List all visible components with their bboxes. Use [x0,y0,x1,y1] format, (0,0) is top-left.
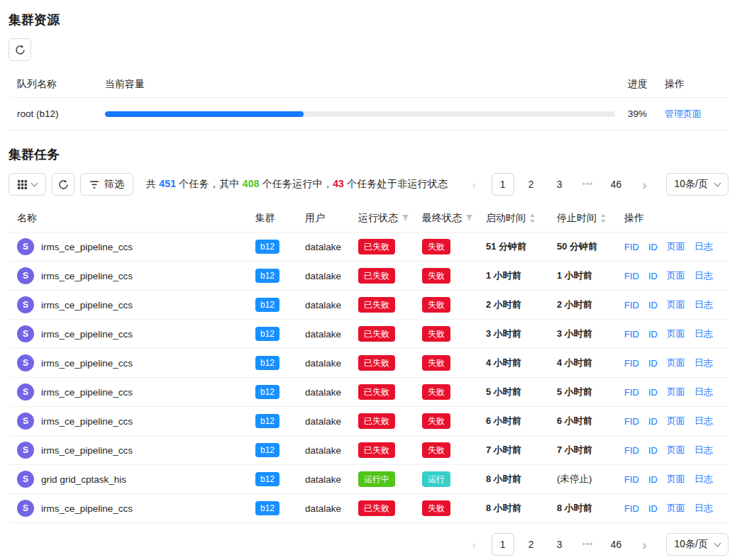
task-action-log-link[interactable]: 日志 [694,240,713,253]
page-button-2[interactable]: 2 [520,173,543,196]
task-action-log-link[interactable]: 日志 [694,415,713,427]
task-action-id-link[interactable]: ID [648,300,658,310]
col-stop-time[interactable]: 停止时间 [557,212,624,225]
task-action-log-link[interactable]: 日志 [694,473,713,486]
task-action-fid-link[interactable]: FID [624,329,639,340]
stop-time: 1 小时前 [557,269,624,282]
chevron-down-icon [714,179,721,186]
page-ellipsis[interactable]: ••• [577,533,599,556]
task-actions: FIDID页面日志 [624,386,720,398]
col-final-status[interactable]: 最终状态 [422,212,486,225]
task-action-page-link[interactable]: 页面 [667,269,685,282]
task-row: S irms_ce_pipeline_ccs b12 datalake 已失败 … [9,233,728,262]
task-action-fid-link[interactable]: FID [624,358,639,369]
page-ellipsis[interactable]: ••• [577,173,599,196]
task-action-page-link[interactable]: 页面 [667,386,685,398]
prev-page-button[interactable]: ‹ [463,173,486,196]
task-action-id-link[interactable]: ID [648,271,658,281]
cluster-tag: b12 [255,385,279,399]
task-action-id-link[interactable]: ID [648,503,658,514]
task-action-fid-link[interactable]: FID [624,503,639,514]
filter-funnel-icon[interactable] [401,214,409,222]
stop-time: 3 小时前 [557,327,624,340]
next-page-button[interactable]: › [633,533,656,556]
task-action-fid-link[interactable]: FID [624,474,639,485]
col-run-status[interactable]: 运行状态 [358,212,422,225]
page-button-46[interactable]: 46 [605,533,628,556]
task-action-page-link[interactable]: 页面 [667,444,685,457]
resources-refresh-button[interactable] [9,38,31,61]
task-action-id-link[interactable]: ID [648,474,658,485]
summary-text: 个任务，其中 [176,178,242,189]
manage-page-link[interactable]: 管理页面 [665,108,702,119]
page-size-select[interactable]: 10条/页 [666,533,728,556]
not-running-task-count: 43 [333,178,344,189]
tasks-refresh-button[interactable] [52,173,74,196]
task-action-id-link[interactable]: ID [648,416,658,427]
run-status-badge: 已失败 [358,413,395,429]
col-action: 操作 [665,78,720,91]
task-user: datalake [305,474,358,485]
task-action-log-link[interactable]: 日志 [694,444,713,457]
next-page-button[interactable]: › [633,173,656,196]
task-row: S irms_ce_pipeline_ccs b12 datalake 已失败 … [9,291,728,320]
task-action-id-link[interactable]: ID [648,358,658,369]
task-action-fid-link[interactable]: FID [624,445,639,456]
task-action-page-link[interactable]: 页面 [667,502,685,515]
page-button-3[interactable]: 3 [548,533,571,556]
task-action-fid-link[interactable]: FID [624,271,639,281]
final-status-badge: 失败 [422,326,450,342]
final-status-badge: 失败 [422,268,450,284]
task-action-fid-link[interactable]: FID [624,387,639,398]
task-action-log-link[interactable]: 日志 [694,269,713,282]
cluster-tag: b12 [255,240,279,254]
filter-button[interactable]: 筛选 [80,173,133,196]
summary-text: 共 [146,178,159,189]
page-button-3[interactable]: 3 [548,173,571,196]
task-action-id-link[interactable]: ID [648,387,658,398]
col-start-time[interactable]: 启动时间 [486,212,557,225]
page-button-1[interactable]: 1 [492,533,514,556]
cluster-tag: b12 [255,269,279,283]
task-action-fid-link[interactable]: FID [624,300,639,310]
page-button-46[interactable]: 46 [605,173,628,196]
prev-page-button[interactable]: ‹ [463,533,486,556]
task-action-page-link[interactable]: 页面 [667,327,685,340]
avatar: S [17,267,34,284]
task-action-page-link[interactable]: 页面 [667,357,685,369]
avatar: S [17,238,34,255]
page-size-label: 10条/页 [675,178,708,191]
chevron-down-icon [31,179,38,186]
cluster-tag: b12 [255,414,279,428]
task-action-log-link[interactable]: 日志 [694,298,713,311]
task-name: irms_ce_pipeline_ccs [41,387,133,398]
task-action-page-link[interactable]: 页面 [667,298,685,311]
task-action-id-link[interactable]: ID [648,329,658,340]
task-action-page-link[interactable]: 页面 [667,473,685,486]
stop-time: 7 小时前 [557,444,624,457]
col-cluster: 集群 [255,212,305,225]
task-action-page-link[interactable]: 页面 [667,240,685,253]
layout-select-button[interactable] [9,173,46,196]
col-action: 操作 [624,212,720,225]
filter-funnel-icon[interactable] [465,214,473,222]
final-status-badge: 失败 [422,413,450,429]
task-actions: FIDID页面日志 [624,240,720,253]
task-action-fid-link[interactable]: FID [624,416,639,427]
task-action-log-link[interactable]: 日志 [694,502,713,515]
page-size-select[interactable]: 10条/页 [666,173,728,196]
task-action-page-link[interactable]: 页面 [667,415,685,427]
sorter-icon[interactable] [529,213,536,223]
task-action-log-link[interactable]: 日志 [694,386,713,398]
sorter-icon[interactable] [600,213,606,223]
page-button-1[interactable]: 1 [492,173,514,196]
resource-row: root (b12) 39% 管理页面 [9,98,728,130]
page-button-2[interactable]: 2 [520,533,543,556]
task-action-log-link[interactable]: 日志 [694,327,713,340]
bottom-pagination-bar: ‹123•••46›10条/页 [9,533,728,556]
task-action-id-link[interactable]: ID [648,242,658,252]
task-action-id-link[interactable]: ID [648,445,658,456]
task-action-log-link[interactable]: 日志 [694,357,713,369]
task-action-fid-link[interactable]: FID [624,242,639,252]
col-name: 名称 [17,212,255,225]
